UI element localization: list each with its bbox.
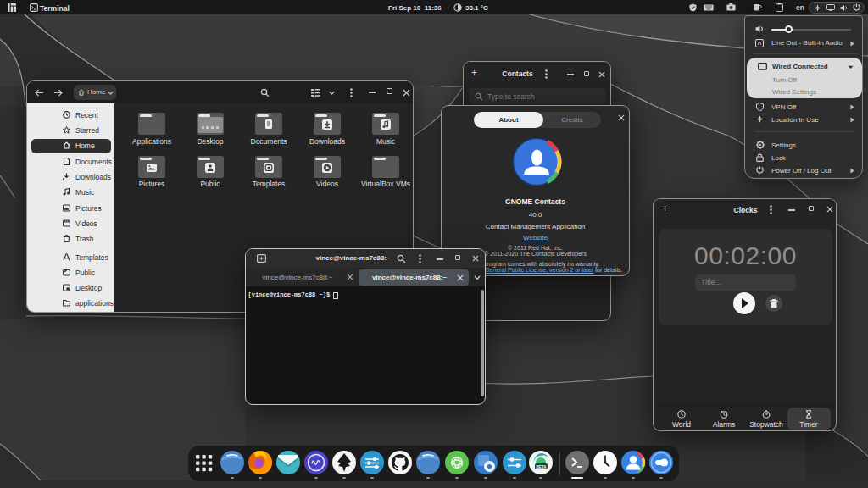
svg-text:BETA: BETA [536,465,547,469]
